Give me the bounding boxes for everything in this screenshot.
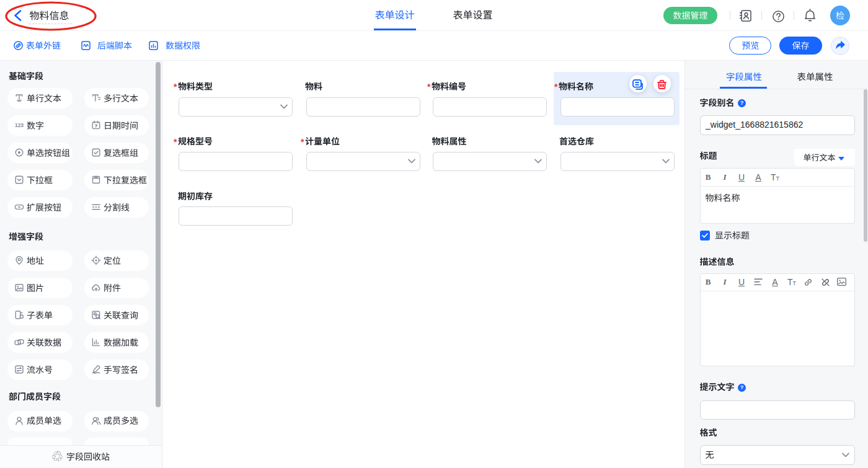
svg-text:123: 123	[15, 122, 24, 128]
